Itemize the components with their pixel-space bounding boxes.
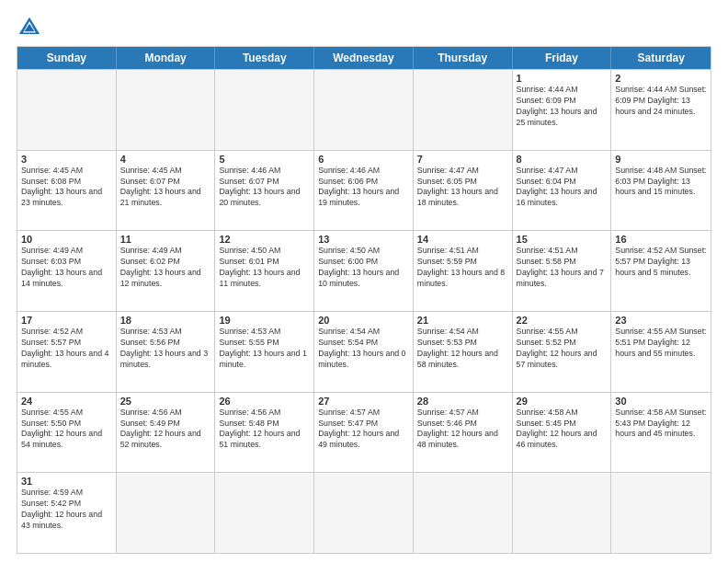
calendar-header: SundayMondayTuesdayWednesdayThursdayFrid… <box>17 47 711 69</box>
weekday-header-thursday: Thursday <box>414 47 513 69</box>
weekday-header-wednesday: Wednesday <box>314 47 414 69</box>
day-number: 9 <box>615 154 707 165</box>
weekday-header-tuesday: Tuesday <box>215 47 314 69</box>
calendar-day-19: 19Sunrise: 4:53 AM Sunset: 5:55 PM Dayli… <box>215 312 314 392</box>
day-number: 5 <box>219 154 310 165</box>
day-number: 25 <box>120 396 211 407</box>
day-number: 11 <box>120 234 211 245</box>
logo <box>17 15 46 40</box>
day-number: 12 <box>219 234 310 245</box>
day-number: 7 <box>417 154 508 165</box>
day-info: Sunrise: 4:49 AM Sunset: 6:03 PM Dayligh… <box>21 246 112 290</box>
day-info: Sunrise: 4:51 AM Sunset: 5:59 PM Dayligh… <box>417 246 508 290</box>
day-info: Sunrise: 4:55 AM Sunset: 5:51 PM Dayligh… <box>615 327 707 360</box>
day-info: Sunrise: 4:52 AM Sunset: 5:57 PM Dayligh… <box>21 327 112 371</box>
day-number: 29 <box>517 396 608 407</box>
day-info: Sunrise: 4:57 AM Sunset: 5:47 PM Dayligh… <box>318 408 409 452</box>
calendar-empty-cell <box>215 473 314 553</box>
day-info: Sunrise: 4:56 AM Sunset: 5:49 PM Dayligh… <box>120 408 211 452</box>
day-info: Sunrise: 4:45 AM Sunset: 6:08 PM Dayligh… <box>21 166 112 210</box>
page: SundayMondayTuesdayWednesdayThursdayFrid… <box>0 0 728 563</box>
calendar-day-7: 7Sunrise: 4:47 AM Sunset: 6:05 PM Daylig… <box>414 151 513 231</box>
weekday-header-sunday: Sunday <box>17 47 117 69</box>
calendar-day-5: 5Sunrise: 4:46 AM Sunset: 6:07 PM Daylig… <box>215 151 314 231</box>
day-info: Sunrise: 4:46 AM Sunset: 6:07 PM Dayligh… <box>219 166 310 210</box>
weekday-header-saturday: Saturday <box>611 47 711 69</box>
calendar-row-5: 31Sunrise: 4:59 AM Sunset: 5:42 PM Dayli… <box>17 472 711 553</box>
calendar-empty-cell <box>17 70 117 150</box>
day-number: 22 <box>517 315 608 326</box>
day-number: 8 <box>517 154 608 165</box>
calendar-day-10: 10Sunrise: 4:49 AM Sunset: 6:03 PM Dayli… <box>17 231 117 311</box>
day-number: 3 <box>21 154 112 165</box>
day-info: Sunrise: 4:44 AM Sunset: 6:09 PM Dayligh… <box>615 85 707 118</box>
calendar-empty-cell <box>215 70 314 150</box>
day-number: 18 <box>120 315 211 326</box>
calendar-empty-cell <box>414 473 513 553</box>
calendar-day-26: 26Sunrise: 4:56 AM Sunset: 5:48 PM Dayli… <box>215 393 314 473</box>
day-number: 2 <box>615 73 707 84</box>
calendar-day-22: 22Sunrise: 4:55 AM Sunset: 5:52 PM Dayli… <box>513 312 612 392</box>
day-info: Sunrise: 4:46 AM Sunset: 6:06 PM Dayligh… <box>318 166 409 210</box>
day-number: 26 <box>219 396 310 407</box>
calendar-body: 1Sunrise: 4:44 AM Sunset: 6:09 PM Daylig… <box>17 69 711 553</box>
day-info: Sunrise: 4:50 AM Sunset: 6:00 PM Dayligh… <box>318 246 409 290</box>
day-info: Sunrise: 4:48 AM Sunset: 6:03 PM Dayligh… <box>615 166 707 199</box>
day-info: Sunrise: 4:59 AM Sunset: 5:42 PM Dayligh… <box>21 488 112 532</box>
day-number: 31 <box>21 476 112 487</box>
day-info: Sunrise: 4:53 AM Sunset: 5:55 PM Dayligh… <box>219 327 310 371</box>
day-number: 28 <box>417 396 508 407</box>
calendar-day-30: 30Sunrise: 4:58 AM Sunset: 5:43 PM Dayli… <box>611 393 711 473</box>
calendar-row-3: 17Sunrise: 4:52 AM Sunset: 5:57 PM Dayli… <box>17 311 711 392</box>
calendar-day-25: 25Sunrise: 4:56 AM Sunset: 5:49 PM Dayli… <box>117 393 216 473</box>
day-info: Sunrise: 4:47 AM Sunset: 6:05 PM Dayligh… <box>417 166 508 210</box>
day-info: Sunrise: 4:47 AM Sunset: 6:04 PM Dayligh… <box>517 166 608 210</box>
day-info: Sunrise: 4:56 AM Sunset: 5:48 PM Dayligh… <box>219 408 310 452</box>
day-number: 21 <box>417 315 508 326</box>
calendar-day-4: 4Sunrise: 4:45 AM Sunset: 6:07 PM Daylig… <box>117 151 216 231</box>
day-number: 6 <box>318 154 409 165</box>
day-info: Sunrise: 4:45 AM Sunset: 6:07 PM Dayligh… <box>120 166 211 210</box>
calendar-day-9: 9Sunrise: 4:48 AM Sunset: 6:03 PM Daylig… <box>611 151 711 231</box>
logo-icon <box>17 15 42 40</box>
calendar-day-11: 11Sunrise: 4:49 AM Sunset: 6:02 PM Dayli… <box>117 231 216 311</box>
calendar-day-20: 20Sunrise: 4:54 AM Sunset: 5:54 PM Dayli… <box>314 312 414 392</box>
day-number: 20 <box>318 315 409 326</box>
calendar-row-2: 10Sunrise: 4:49 AM Sunset: 6:03 PM Dayli… <box>17 230 711 311</box>
calendar-day-21: 21Sunrise: 4:54 AM Sunset: 5:53 PM Dayli… <box>414 312 513 392</box>
calendar-day-23: 23Sunrise: 4:55 AM Sunset: 5:51 PM Dayli… <box>611 312 711 392</box>
calendar-day-6: 6Sunrise: 4:46 AM Sunset: 6:06 PM Daylig… <box>314 151 414 231</box>
calendar-row-0: 1Sunrise: 4:44 AM Sunset: 6:09 PM Daylig… <box>17 69 711 150</box>
calendar-day-17: 17Sunrise: 4:52 AM Sunset: 5:57 PM Dayli… <box>17 312 117 392</box>
calendar-day-13: 13Sunrise: 4:50 AM Sunset: 6:00 PM Dayli… <box>314 231 414 311</box>
day-number: 10 <box>21 234 112 245</box>
calendar-empty-cell <box>414 70 513 150</box>
day-info: Sunrise: 4:57 AM Sunset: 5:46 PM Dayligh… <box>417 408 508 452</box>
calendar-day-29: 29Sunrise: 4:58 AM Sunset: 5:45 PM Dayli… <box>513 393 612 473</box>
day-info: Sunrise: 4:44 AM Sunset: 6:09 PM Dayligh… <box>517 85 608 129</box>
day-info: Sunrise: 4:55 AM Sunset: 5:50 PM Dayligh… <box>21 408 112 452</box>
day-number: 15 <box>517 234 608 245</box>
weekday-header-monday: Monday <box>117 47 216 69</box>
calendar-day-15: 15Sunrise: 4:51 AM Sunset: 5:58 PM Dayli… <box>513 231 612 311</box>
weekday-header-friday: Friday <box>513 47 612 69</box>
calendar-day-31: 31Sunrise: 4:59 AM Sunset: 5:42 PM Dayli… <box>17 473 117 553</box>
day-number: 16 <box>615 234 707 245</box>
calendar-day-27: 27Sunrise: 4:57 AM Sunset: 5:47 PM Dayli… <box>314 393 414 473</box>
day-info: Sunrise: 4:58 AM Sunset: 5:43 PM Dayligh… <box>615 408 707 441</box>
calendar-day-18: 18Sunrise: 4:53 AM Sunset: 5:56 PM Dayli… <box>117 312 216 392</box>
day-info: Sunrise: 4:54 AM Sunset: 5:54 PM Dayligh… <box>318 327 409 371</box>
day-number: 24 <box>21 396 112 407</box>
day-number: 23 <box>615 315 707 326</box>
day-info: Sunrise: 4:53 AM Sunset: 5:56 PM Dayligh… <box>120 327 211 371</box>
calendar-empty-cell <box>314 70 414 150</box>
calendar-empty-cell <box>611 473 711 553</box>
calendar-day-16: 16Sunrise: 4:52 AM Sunset: 5:57 PM Dayli… <box>611 231 711 311</box>
day-number: 27 <box>318 396 409 407</box>
day-number: 13 <box>318 234 409 245</box>
calendar-day-14: 14Sunrise: 4:51 AM Sunset: 5:59 PM Dayli… <box>414 231 513 311</box>
calendar-day-8: 8Sunrise: 4:47 AM Sunset: 6:04 PM Daylig… <box>513 151 612 231</box>
calendar-day-12: 12Sunrise: 4:50 AM Sunset: 6:01 PM Dayli… <box>215 231 314 311</box>
header <box>17 15 711 40</box>
calendar-day-24: 24Sunrise: 4:55 AM Sunset: 5:50 PM Dayli… <box>17 393 117 473</box>
